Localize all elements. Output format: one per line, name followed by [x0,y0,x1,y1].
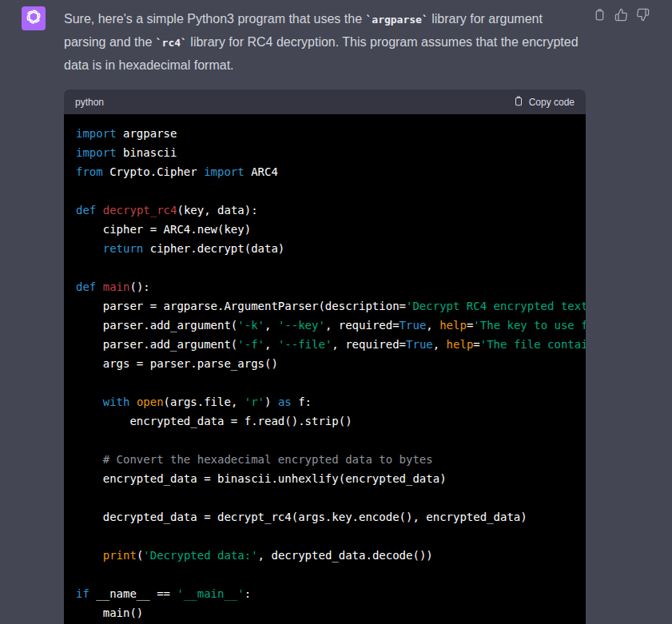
code-line [76,373,586,392]
code-line: parser.add_argument('-k', '--key', requi… [76,316,586,335]
copy-code-label: Copy code [529,97,575,108]
code-line [76,488,586,507]
thumbs-up-icon [614,8,628,25]
code-line: def decrypt_rc4(key, data): [76,201,586,220]
inline-code: `rc4` [156,37,187,49]
language-label: python [75,97,104,108]
code-line: encrypted_data = binascii.unhexlify(encr… [76,469,586,488]
code-line [76,565,586,584]
code-line: import binascii [76,143,586,162]
message-actions [593,9,650,24]
code-line: main() [76,603,586,622]
code-line [76,258,586,277]
code-line: print('Decrypted data:', decrypted_data.… [76,546,586,565]
code-line: decrypted_data = decrypt_rc4(args.key.en… [76,507,586,527]
code-block: python Copy code import argparseimport b… [64,89,586,624]
thumbs-up-button[interactable] [614,9,628,24]
code-line: def main(): [76,277,586,296]
code-line [76,181,586,201]
code-block-header: python Copy code [64,89,586,114]
code-line: with open(args.file, 'r') as f: [76,392,586,411]
code-line: parser.add_argument('-f', '--file', requ… [76,335,586,354]
code-line: from Crypto.Cipher import ARC4 [76,162,586,181]
inline-code: `argparse` [365,14,427,26]
openai-logo-icon [25,8,42,29]
code-line [76,431,586,450]
copy-code-button[interactable]: Copy code [513,95,575,109]
code-line: parser = argparse.ArgumentParser(descrip… [76,296,586,316]
clipboard-icon [593,8,606,25]
code-line: return cipher.decrypt(data) [76,239,586,258]
copy-message-button[interactable] [593,9,606,24]
thumbs-down-button[interactable] [636,9,650,24]
avatar [22,6,46,30]
code-line [76,527,586,546]
code-line: # Convert the hexadecimal encrypted data… [76,450,586,469]
text-segment: Sure, here's a simple Python3 program th… [64,12,365,26]
code-line: encrypted_data = f.read().strip() [76,411,586,431]
code-line: import argparse [76,124,586,143]
code-line: cipher = ARC4.new(key) [76,220,586,239]
code-line: args = parser.parse_args() [76,354,586,373]
intro-text: Sure, here's a simple Python3 program th… [64,8,587,77]
thumbs-down-icon [636,8,650,25]
message-content: Sure, here's a simple Python3 program th… [64,0,587,624]
assistant-message: Sure, here's a simple Python3 program th… [0,0,672,624]
code-content: import argparseimport binasciifrom Crypt… [64,114,586,624]
clipboard-icon [513,95,524,109]
code-line: if __name__ == '__main__': [76,584,586,603]
